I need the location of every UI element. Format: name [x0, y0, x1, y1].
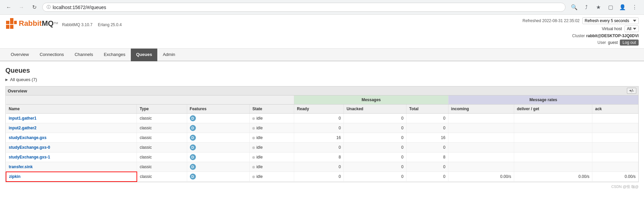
col-incoming: incoming [448, 105, 514, 114]
svg-rect-2 [10, 25, 13, 29]
queue-unacked: 0 [344, 123, 407, 133]
queue-incoming [448, 162, 514, 172]
lock-icon: ⓘ [47, 4, 51, 10]
menu-icon[interactable]: ⋮ [629, 2, 640, 13]
nav-bar: Overview Connections Channels Exchanges … [0, 49, 644, 61]
queue-features: D [187, 123, 250, 133]
reload-button[interactable]: ↻ [30, 3, 39, 12]
toggle-arrow-icon: ▶ [5, 78, 8, 81]
table-row: transfer.sinkclassicDidle000 [6, 162, 638, 172]
queue-state: idle [250, 123, 294, 133]
user-value: guest [608, 40, 618, 45]
vhost-label: Virtual host [602, 26, 622, 31]
browser-bar: ← → ↻ ⓘ 🔍 ⤴ ★ ▢ 👤 ⋮ [0, 0, 644, 15]
logo-section: RabbitMQTM RabbitMQ 3.10.7 Erlang 25.0.4 [5, 17, 122, 29]
user-label: User [597, 40, 606, 45]
queue-name-link[interactable]: studyExchange.gxs [9, 135, 47, 140]
share-icon[interactable]: ⤴ [581, 2, 592, 13]
queue-name-link[interactable]: zipkin [9, 174, 20, 179]
queue-type: classic [137, 133, 187, 143]
footer-text: CSDN @怪 咖@ [5, 184, 639, 189]
queue-ready: 0 [294, 114, 344, 123]
search-icon[interactable]: 🔍 [569, 2, 580, 13]
queue-ready: 0 [294, 172, 344, 182]
queue-ready: 0 [294, 143, 344, 152]
col-deliver-get: deliver / get [514, 105, 592, 114]
queue-rows: input1.gather1classicDidle000input2.gath… [6, 114, 638, 182]
queue-type: classic [137, 123, 187, 133]
queue-incoming [448, 152, 514, 162]
nav-item-queues[interactable]: Queues [131, 49, 158, 61]
queue-unacked: 0 [344, 172, 407, 182]
tab-icon[interactable]: ▢ [605, 2, 616, 13]
table-wrapper: Overview +/- Messages Message rates Name… [5, 86, 639, 182]
all-queues-toggle[interactable]: ▶ All queues (7) [5, 77, 639, 82]
queue-unacked: 0 [344, 162, 407, 172]
profile-icon[interactable]: 👤 [617, 2, 628, 13]
rabbitmq-logo-icon [5, 17, 17, 29]
queue-state: idle [250, 172, 294, 182]
queue-incoming [448, 133, 514, 143]
back-button[interactable]: ← [4, 3, 13, 12]
vhost-select[interactable]: All / [625, 25, 639, 32]
url-input[interactable] [53, 5, 561, 10]
page-title: Queues [5, 67, 639, 74]
logo-tm: TM [54, 21, 58, 25]
rates-group-header: Message rates [448, 95, 638, 105]
queue-ack: 0.00/s [592, 172, 638, 182]
queue-state: idle [250, 152, 294, 162]
queue-name-link[interactable]: input2.gather2 [9, 126, 37, 130]
cluster-row: Cluster rabbit@DESKTOP-3JQ0DVI [572, 34, 639, 38]
table-row: input1.gather1classicDidle000 [6, 114, 638, 123]
refresh-row: Refreshed 2022-08-31 22:35:02 Refresh ev… [523, 17, 639, 24]
queue-incoming [448, 114, 514, 123]
queue-features: D [187, 143, 250, 152]
logo-text: RabbitMQTM [19, 19, 58, 28]
queue-ack [592, 143, 638, 152]
queue-incoming [448, 123, 514, 133]
queue-deliver-get [514, 123, 592, 133]
queue-ack [592, 114, 638, 123]
cluster-value: rabbit@DESKTOP-3JQ0DVI [586, 34, 639, 38]
plus-minus-button[interactable]: +/- [627, 88, 636, 94]
queue-deliver-get [514, 162, 592, 172]
table-row: studyExchange.gxsclassicDidle16016 [6, 133, 638, 143]
queue-name-link[interactable]: studyExchange.gxs-0 [9, 145, 50, 150]
user-row: User guest Log out [597, 40, 639, 46]
col-ack: ack [592, 105, 638, 114]
queue-features: D [187, 133, 250, 143]
queue-type: classic [137, 114, 187, 123]
nav-item-overview[interactable]: Overview [5, 49, 34, 61]
nav-item-channels[interactable]: Channels [69, 49, 98, 61]
queue-deliver-get [514, 143, 592, 152]
refresh-select[interactable]: Refresh every 5 seconds Refresh every 10… [582, 17, 639, 24]
forward-button[interactable]: → [17, 3, 26, 12]
app-container: RabbitMQTM RabbitMQ 3.10.7 Erlang 25.0.4… [0, 15, 644, 198]
logout-button[interactable]: Log out [620, 40, 639, 46]
queue-deliver-get [514, 133, 592, 143]
queue-type: classic [137, 162, 187, 172]
bookmark-icon[interactable]: ★ [593, 2, 604, 13]
nav-item-connections[interactable]: Connections [34, 49, 69, 61]
cluster-label: Cluster [572, 34, 585, 38]
nav-item-admin[interactable]: Admin [157, 49, 180, 61]
queue-name-link[interactable]: transfer.sink [9, 164, 33, 169]
column-group-row: Messages Message rates [6, 95, 638, 105]
logo: RabbitMQTM [5, 17, 58, 29]
queue-total: 8 [407, 152, 448, 162]
logo-rabbit: Rabbit [19, 19, 42, 27]
queue-name-link[interactable]: input1.gather1 [9, 116, 37, 121]
rabbitmq-version: RabbitMQ 3.10.7 [62, 22, 93, 27]
logo-mq: MQ [42, 19, 53, 27]
svg-rect-3 [10, 18, 13, 24]
overview-group-header [6, 95, 294, 105]
nav-item-exchanges[interactable]: Exchanges [98, 49, 130, 61]
queue-features: D [187, 162, 250, 172]
all-queues-label: All queues (7) [10, 77, 37, 82]
queue-ack [592, 162, 638, 172]
queue-ready: 8 [294, 152, 344, 162]
queue-name-link[interactable]: studyExchange.gxs-1 [9, 155, 50, 159]
col-state: State [250, 105, 294, 114]
top-bar: RabbitMQTM RabbitMQ 3.10.7 Erlang 25.0.4… [0, 15, 644, 49]
queue-unacked: 0 [344, 114, 407, 123]
